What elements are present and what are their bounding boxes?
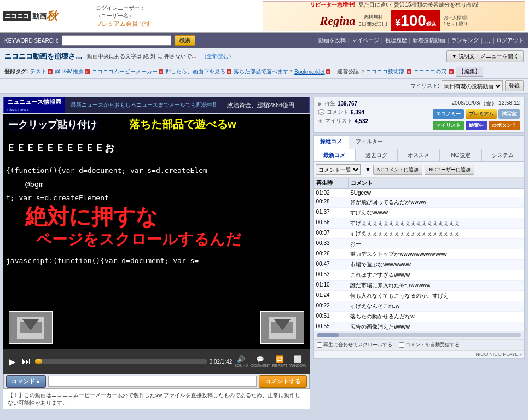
command-button[interactable]: コマンド▲ <box>6 375 46 388</box>
tag-tech[interactable]: ニコニコ技術部 <box>366 68 404 75</box>
nav-upload[interactable]: 動画を投稿 <box>318 37 346 44</box>
badge-mylist[interactable]: マイリスト <box>433 121 464 130</box>
tab-ng-setting[interactable]: NG設定 <box>440 149 482 161</box>
tag-movie-maker-name[interactable]: ニコニコムービーメーカー <box>92 68 158 75</box>
video-area: ニュニュース情報局 niwa news 最新ニュースからおもしろニュースまでメー… <box>3 97 310 409</box>
table-row[interactable]: 00:33おー <box>314 239 524 249</box>
video-player[interactable]: ークリップ貼り付け 落ちた部品で遊べるw ＥＥＥＥＥＥＥＥＥＥお {(funct… <box>3 114 310 349</box>
comment-time: 00:55 <box>314 322 349 331</box>
ng-comment-button[interactable]: NGコメントに追加 <box>373 165 423 175</box>
tag-hole[interactable]: ニコニコの穴 <box>414 68 446 75</box>
filter-tab-filter[interactable]: フィルター <box>349 136 390 149</box>
tag-parts: 落ちた部品で遊べます ? <box>234 68 292 75</box>
tag-edit-button[interactable]: 【編集】 <box>456 67 483 77</box>
nav-more[interactable]: … <box>485 38 490 44</box>
mylist-select[interactable]: 岡田有花の投稿動画 <box>442 80 503 91</box>
tab-past-log[interactable]: 過去ログ <box>356 149 398 161</box>
scroll-checkbox-1[interactable] <box>317 342 322 348</box>
nav-logout[interactable]: ログアウト <box>496 37 524 44</box>
explain-button[interactable]: ▼ 説明文・メニューを開く <box>446 50 524 62</box>
comment-icon[interactable]: 💬 <box>256 355 264 363</box>
scrollbar-thumb[interactable] <box>317 333 339 337</box>
table-row[interactable]: 00:28斧が飛び回ってるんだがwwww <box>314 197 524 208</box>
comment-text: おー <box>348 239 524 249</box>
table-row[interactable]: 01:24何も入れなくてもこうなるのか。すげえ <box>314 291 524 301</box>
ng-user-button[interactable]: NGユーザーに追加 <box>425 165 474 175</box>
tag-bookmarklet-name[interactable]: Bookmarklet <box>294 69 325 75</box>
tag-bookmarklet-delete[interactable]: × <box>326 69 331 74</box>
next-button[interactable]: ⏭ <box>20 355 33 368</box>
badge-premium[interactable]: プレミアム <box>466 109 497 119</box>
tag-movie-maker-delete[interactable]: × <box>159 69 164 74</box>
scroll-checkbox-2[interactable] <box>399 342 404 348</box>
table-row[interactable]: 01:37すげえなwwww <box>314 208 524 218</box>
tag-movie-maker: ニコニコムービーメーカー × <box>92 68 164 75</box>
search-input[interactable] <box>62 35 171 46</box>
comment-sort-select[interactable]: コメント一覧 <box>316 164 361 175</box>
badge-economy[interactable]: エコノミー <box>433 109 464 119</box>
repeat-label: REPEAT <box>272 364 288 368</box>
table-row[interactable]: 00:47市場で遊ぶなwwwwwww <box>314 260 524 270</box>
filter-tab-soukou[interactable]: 操縦コメ <box>314 136 349 149</box>
tag-push-delete[interactable]: × <box>227 69 231 74</box>
table-row[interactable]: 00:53これはすごすぎるwwww <box>314 270 524 281</box>
tag-bgm-delete[interactable]: × <box>85 69 90 74</box>
comment-panel: 操縦コメ フィルター 最新コメ 過去ログ オススメ NG設定 システム コメント… <box>313 135 525 359</box>
table-row[interactable]: 01:10誰だ市場に斧入れたやつwwwww <box>314 281 524 291</box>
scroll-check-label-1: 再生に合わせてスクロールする <box>317 341 392 348</box>
window-label: WINDOW <box>289 364 306 368</box>
nav-history[interactable]: 視聴履歴 <box>385 37 407 44</box>
progress-bar[interactable] <box>35 359 207 364</box>
logo-area: ニコニコ 動画 秋 <box>3 9 90 24</box>
corner-figure-right <box>269 317 296 339</box>
mylist-register-button[interactable]: 登録 <box>505 80 524 91</box>
badge-potan[interactable]: @ポタン？ <box>489 121 520 130</box>
full-read-link[interactable]: （全部読む） <box>201 52 234 60</box>
corner-figure-left <box>17 317 44 339</box>
comment-table-wrapper[interactable]: 再生時 コメント 01:02SUgeew00:28斧が飛び回ってるんだがwwww… <box>314 178 524 331</box>
table-row[interactable]: 00:55広告の画像消えたwwww <box>314 322 524 331</box>
tag-hole-del[interactable]: × <box>449 69 454 74</box>
window-icon[interactable]: ⬜ <box>294 355 302 363</box>
nav-new-videos[interactable]: 新着投稿動画 <box>413 37 445 44</box>
tag-official-q[interactable]: ? <box>361 69 364 74</box>
tab-system[interactable]: システム <box>482 149 524 161</box>
horizontal-scrollbar[interactable] <box>317 333 521 337</box>
play-button[interactable]: ▶ <box>7 355 18 368</box>
sound-label: SOUND <box>234 364 248 368</box>
table-row[interactable]: 00:51落ちたの動かせるんだなw <box>314 312 524 322</box>
table-row[interactable]: 00:58すげぇぇぇぇぇぇぇぇぇぇぇぇぇぇぇぇぇぇ <box>314 218 524 229</box>
tag-push-name[interactable]: 押したら、画面下を見ろ <box>165 68 225 75</box>
comment-send-button[interactable]: コメントする <box>259 375 307 388</box>
table-row[interactable]: 00:26重力デスクトップかwwwwwwwwwwww <box>314 249 524 260</box>
tag-tech-del[interactable]: × <box>407 69 411 74</box>
nav-mypage[interactable]: マイページ <box>352 37 379 44</box>
sound-icon[interactable]: 🔊 <box>237 355 245 363</box>
tag-test-name[interactable]: テスト <box>30 68 47 75</box>
tag-parts-q[interactable]: ? <box>289 69 292 74</box>
badge-drawing[interactable]: 絵葉中 <box>466 121 487 130</box>
right-panel: ▶ 再生 139,767 💬 コメント 6,394 ★ マイリスト 4,532 … <box>313 97 525 409</box>
command-bar: コマンド▲ コメントする <box>3 374 310 389</box>
comment-time: 00:22 <box>314 301 349 312</box>
command-input[interactable] <box>48 376 257 387</box>
comment-text: 重力デスクトップかwwwwwwwwwwww <box>348 249 524 260</box>
repeat-icon[interactable]: 🔁 <box>276 355 284 363</box>
tab-latest[interactable]: 最新コメ <box>314 149 356 161</box>
table-row[interactable]: 00:07すげえぇぇぇぇぇぇぇぇぇぇぇぇぇぇぇぇぇ <box>314 229 524 239</box>
tag-parts-name[interactable]: 落ちた部品で遊べます <box>234 68 288 75</box>
badge-trial[interactable]: 試写室 <box>498 109 520 119</box>
comment-text: これはすごすぎるwwww <box>348 270 524 281</box>
stats-area: ▶ 再生 139,767 💬 コメント 6,394 ★ マイリスト 4,532 … <box>313 97 525 133</box>
tab-recommend[interactable]: オススメ <box>398 149 440 161</box>
tag-bgm-name[interactable]: @BGM推薦 <box>55 68 84 75</box>
mylist-stat-icon: ★ <box>318 118 323 124</box>
comment-tabs: 最新コメ 過去ログ オススメ NG設定 システム <box>314 149 524 162</box>
tag-push: 押したら、画面下を見ろ × <box>165 68 231 75</box>
table-row[interactable]: 00:22すげえなんそこれ.w <box>314 301 524 312</box>
video-overlay-clip: ークリップ貼り付け <box>6 117 99 132</box>
table-row[interactable]: 01:02SUgeew <box>314 189 524 197</box>
tag-test-delete[interactable]: × <box>48 69 53 74</box>
nav-ranking[interactable]: ランキング <box>451 37 479 44</box>
search-button[interactable]: 検索 <box>175 35 195 46</box>
